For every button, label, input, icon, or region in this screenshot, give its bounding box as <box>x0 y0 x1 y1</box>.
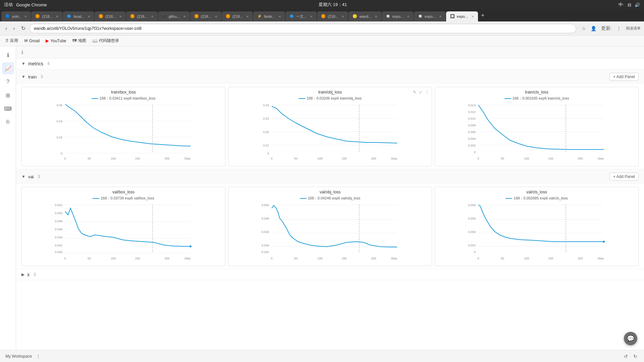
tab-expo-active[interactable]: 🔲 expo... ✕ <box>446 11 478 21</box>
tab-expo-1[interactable]: 🔲 expo... ✕ <box>382 11 414 21</box>
tab-yolo[interactable]: 🔵 yolo.. ✕ <box>1 11 31 21</box>
tab-github[interactable]: ⚫ githu... ✕ <box>158 11 190 21</box>
svg-text:0: 0 <box>61 152 62 155</box>
profile-button[interactable]: 👤 <box>589 24 598 33</box>
legend-line-icon <box>93 198 99 199</box>
bookmark-button[interactable]: ☆ <box>580 24 587 33</box>
train-charts-row: train/box_loss 168：0.03411 exp6 train/bo… <box>16 84 644 169</box>
bookmark-apps[interactable]: ⠿ 应用 <box>3 37 21 45</box>
refresh-button[interactable]: ↻ <box>19 24 28 33</box>
train-toggle[interactable]: ▼ <box>21 74 25 79</box>
tab-close-icon[interactable]: ✕ <box>119 15 122 18</box>
tab-faste[interactable]: ⚡ faste... ✕ <box>253 11 285 21</box>
update-button[interactable]: 更新· <box>600 24 613 33</box>
svg-point-68 <box>190 245 192 247</box>
tab-close-icon[interactable]: ✕ <box>88 15 90 18</box>
extensions-button[interactable]: ⋮ <box>615 24 623 33</box>
tab-close-icon[interactable]: ✕ <box>407 15 410 18</box>
address-bar[interactable] <box>30 24 576 33</box>
os-bar: 活动 Google Chrome 星期六 19：41 中· ⊟ 🔊 <box>0 0 644 9</box>
tab-close-icon[interactable]: ✕ <box>439 15 442 18</box>
val-add-panel-button[interactable]: + Add Panel <box>609 173 639 181</box>
svg-text:100: 100 <box>524 257 529 260</box>
chat-bubble-button[interactable]: 💬 <box>624 332 637 345</box>
svg-text:0.01: 0.01 <box>263 144 269 147</box>
svg-text:0: 0 <box>474 150 476 154</box>
tab-label: expo... <box>392 14 404 18</box>
nav-bar: ‹ › ↻ ☆ 👤 更新· ⋮ 阅读清单 <box>0 21 644 36</box>
reading-list-label[interactable]: 阅读清单 <box>626 26 641 31</box>
undo-button[interactable]: ↺ <box>623 353 629 360</box>
val-obj-loss-legend: 168：0.04246 exp6 val/obj_loss <box>231 196 429 201</box>
chrome-label[interactable]: Google Chrome <box>16 2 47 7</box>
val-toggle[interactable]: ▼ <box>21 174 25 179</box>
tab-218-1[interactable]: 🟠 (218... ✕ <box>31 11 62 21</box>
tab-expo-2[interactable]: 🔲 expo... ✕ <box>414 11 446 21</box>
sidebar-icon-copy[interactable]: ⎘ <box>2 116 14 128</box>
tab-close-icon[interactable]: ✕ <box>375 15 377 18</box>
bookmark-gmail[interactable]: ✉ Gmail <box>21 37 42 44</box>
train-obj-loss-title: train/obj_loss <box>231 90 429 95</box>
new-tab-button[interactable]: + <box>478 12 487 19</box>
status-right: ↺ ↻ <box>623 353 639 360</box>
activities-label[interactable]: 活动 <box>4 2 13 8</box>
x-toggle[interactable]: ▶ <box>21 272 24 277</box>
bookmark-maps[interactable]: 🗺 地图 <box>70 37 89 45</box>
os-minimize[interactable]: ⊟ <box>628 2 631 7</box>
forward-button[interactable]: › <box>11 24 17 33</box>
bottom-spacer <box>16 280 644 297</box>
tab-close-icon[interactable]: ✕ <box>278 15 281 18</box>
tab-local[interactable]: 🔷 local... ✕ <box>63 11 94 21</box>
sidebar-icon-grid[interactable]: ⊞ <box>2 89 14 101</box>
tab-wandb[interactable]: 🟡 wand... ✕ <box>348 11 381 21</box>
tab-close-icon[interactable]: ✕ <box>56 15 58 18</box>
train-add-panel-button[interactable]: + Add Panel <box>609 73 639 81</box>
back-button[interactable]: ‹ <box>3 24 9 33</box>
svg-text:0.02: 0.02 <box>263 130 269 134</box>
redo-button[interactable]: ↻ <box>632 353 639 360</box>
tab-close-icon[interactable]: ✕ <box>471 15 474 18</box>
svg-text:0.044: 0.044 <box>55 236 62 239</box>
tab-218-6[interactable]: 🟠 (218... ✕ <box>317 11 348 21</box>
youtube-icon: ▶ <box>46 38 49 43</box>
svg-text:150: 150 <box>341 257 346 260</box>
tab-favicon: 🔵 <box>5 14 10 19</box>
svg-text:150: 150 <box>548 157 553 160</box>
tab-close-icon[interactable]: ✕ <box>246 15 249 18</box>
train-subsection: ▼ train 3 + Add Panel train/box_loss 168… <box>16 69 644 169</box>
tab-close-icon[interactable]: ✕ <box>341 15 344 18</box>
tab-close-icon[interactable]: ✕ <box>151 15 154 18</box>
sidebar-icon-chart[interactable]: 📈 <box>2 62 14 74</box>
svg-text:100: 100 <box>111 257 116 260</box>
val-charts-row: val/box_loss 168：0.03739 exp6 val/box_lo… <box>16 184 644 269</box>
sidebar-icon-question[interactable]: ? <box>2 76 14 88</box>
svg-text:0.03: 0.03 <box>263 117 269 120</box>
sidebar-icon-terminal[interactable]: ⌨ <box>2 103 14 115</box>
svg-text:200: 200 <box>164 157 169 160</box>
sidebar-icon-info[interactable]: ℹ <box>2 49 14 61</box>
legend-line-icon <box>92 98 98 99</box>
tab-close-icon[interactable]: ✕ <box>183 15 186 18</box>
tab-wenzhang[interactable]: 🔷 一文... ✕ <box>285 11 317 21</box>
svg-text:Step: Step <box>184 257 191 260</box>
os-network[interactable]: 🔊 <box>635 2 640 7</box>
edit-chart-button[interactable]: ✎ <box>412 89 417 95</box>
tab-close-icon[interactable]: ✕ <box>215 15 217 18</box>
tab-218-4[interactable]: 🟠 (218... ✕ <box>190 11 221 21</box>
svg-text:50: 50 <box>88 257 91 260</box>
gmail-icon: ✉ <box>24 38 28 43</box>
os-input-method[interactable]: 中· <box>619 2 624 8</box>
workspace-menu-button[interactable]: ⋮ <box>35 353 42 360</box>
tab-218-5[interactable]: 🟠 (218... ✕ <box>222 11 253 21</box>
expand-chart-button[interactable]: ⤢ <box>418 89 423 95</box>
tab-218-2[interactable]: 🟠 (218... ✕ <box>95 11 126 21</box>
train-obj-loss-svg: 0.04 0.03 0.02 0.01 0 0 50 100 150 200 S… <box>231 102 429 162</box>
metrics-toggle[interactable]: ▼ <box>21 61 25 66</box>
tab-218-3[interactable]: 🟠 (218... ✕ <box>126 11 157 21</box>
bookmark-youtube[interactable]: ▶ YouTube <box>43 37 69 44</box>
apps-icon: ⠿ <box>5 38 9 43</box>
tab-close-icon[interactable]: ✕ <box>24 15 27 18</box>
tab-close-icon[interactable]: ✕ <box>310 15 313 18</box>
more-chart-button[interactable]: ⋮ <box>424 89 430 95</box>
bookmark-code[interactable]: 📖 代码随想录 <box>90 37 122 45</box>
